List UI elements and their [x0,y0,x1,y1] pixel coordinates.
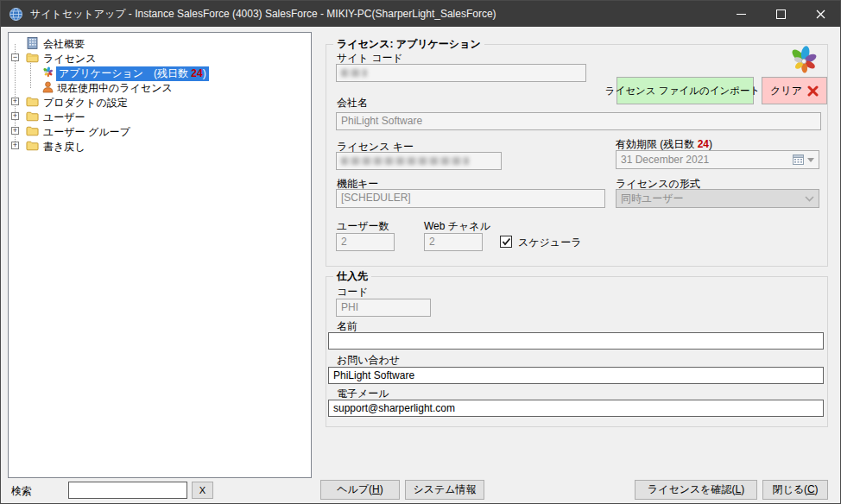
license-key-redacted-value [341,157,469,165]
supplier-contact-field[interactable]: PhiLight Software [328,367,824,384]
maximize-icon [776,9,786,19]
site-setup-window: サイトセットアップ - Instance SalesForce (4003) S… [0,0,841,504]
clear-x-icon [807,85,819,97]
expiry-days-value: 24 [698,138,709,150]
supplier-contact-label: お問い合わせ [337,353,400,368]
supplier-code-field: PHI [336,299,431,317]
sharperlight-icon [41,66,54,79]
expander-plus-icon[interactable]: + [11,112,19,120]
web-channels-field: 2 [424,233,483,251]
group-title: 仕入先 [333,269,371,284]
close-icon [816,9,825,19]
folder-icon [26,96,39,108]
supplier-code-label: コード [337,285,369,299]
minimize-icon [737,14,746,15]
date-dropdown-icon [807,158,814,162]
tree-item-label: 現在使用中のライセンス [57,81,173,96]
tree-item-current-licenses[interactable]: 現在使用中のライセンス [9,80,311,95]
navigation-tree: 会社概要 − ライセンス [8,32,312,478]
folder-icon [26,110,39,123]
system-info-button[interactable]: システム情報 [405,480,484,500]
titlebar: サイトセットアップ - Instance SalesForce (4003) S… [1,1,840,27]
scheduler-label: スケジューラ [518,236,581,250]
license-type-combobox: 同時ユーザー [616,189,819,208]
scheduler-checkbox[interactable] [500,236,512,248]
checkmark-icon [502,237,511,246]
tree-item-writeback[interactable]: + 書き戻し [9,139,311,154]
search-label: 検索 [11,484,32,499]
company-name-field: PhiLight Software [336,112,821,130]
tree-item-selected: アプリケーション(残日数 24) [56,66,209,81]
tree-item-label: プロダクトの設定 [43,96,128,110]
expander-plus-icon[interactable]: + [11,142,19,149]
close-button[interactable]: 閉じる(C) [762,480,828,500]
company-name-label: 会社名 [337,96,368,110]
tree-item-label: 会社概要 [43,37,85,52]
tree-item-label: ライセンス [43,52,96,66]
tree-item-company-overview[interactable]: 会社概要 [9,36,311,51]
tree-item-label: 書き戻し [43,140,85,154]
tree-item-user-groups[interactable]: + ユーザー グループ [9,124,311,139]
folder-icon [26,52,39,64]
expander-plus-icon[interactable]: + [11,98,19,105]
chevron-down-icon [805,196,814,202]
app-globe-icon [9,7,23,22]
license-key-field [336,152,502,170]
window-title: サイトセットアップ - Instance SalesForce (4003) S… [30,7,496,22]
web-channels-label: Web チャネル [424,219,490,234]
expander-minus-icon[interactable]: − [11,54,19,61]
tree-item-label: ユーザー [43,110,85,125]
user-icon [41,81,54,93]
supplier-email-field[interactable]: support@sharperlight.com [328,400,824,417]
expander-plus-icon[interactable]: + [11,127,19,135]
calendar-icon [793,154,804,165]
close-window-button[interactable] [800,1,840,27]
remaining-days-value: 24 [191,67,202,79]
building-icon [26,37,39,49]
user-count-label: ユーザー数 [337,219,389,234]
site-code-field [336,64,586,82]
tree-item-label: ユーザー グループ [43,125,130,140]
feature-key-field: [SCHEDULER] [336,189,605,208]
clear-button[interactable]: クリア [762,77,827,104]
tree-item-product-settings[interactable]: + プロダクトの設定 [9,95,311,110]
tree-item-application[interactable]: アプリケーション(残日数 24) [9,66,311,80]
maximize-button[interactable] [761,1,800,27]
import-license-file-button[interactable]: ライセンス ファイルのインポート [617,77,754,104]
tree-item-users[interactable]: + ユーザー [9,110,311,124]
search-input[interactable] [68,482,187,499]
tree-item-license[interactable]: − ライセンス [9,51,311,66]
folder-icon [26,140,39,152]
supplier-name-field[interactable] [328,332,824,350]
user-count-field: 2 [336,233,395,251]
help-button[interactable]: ヘルプ(H) [320,480,400,500]
folder-icon [26,125,39,137]
group-title: ライセンス: アプリケーション [333,37,484,52]
check-license-button[interactable]: ライセンスを確認(L) [635,480,757,500]
expiry-date-picker: 31 December 2021 [616,150,819,169]
minimize-button[interactable] [721,1,761,27]
sharperlight-logo-icon [788,46,819,77]
site-code-redacted-value [341,69,367,77]
search-clear-button[interactable]: X [192,482,213,499]
